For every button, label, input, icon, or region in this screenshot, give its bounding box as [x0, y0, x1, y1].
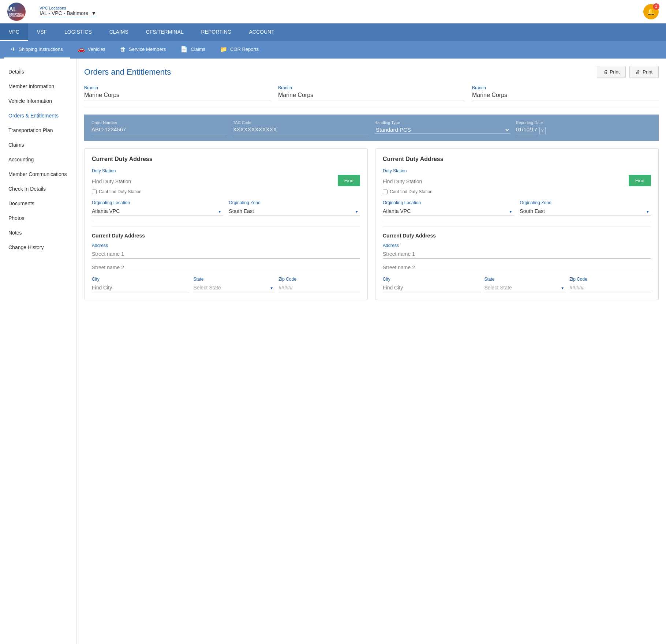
branch-label-1: Branch [84, 85, 271, 90]
originating-location-select-2[interactable]: Atlanta VPC Other VPC [383, 207, 514, 216]
reporting-date-field: Reporting Date 01/10/17 ? [516, 120, 652, 135]
logo-area: IAL INTERNATIONAL AUTO LOGISTICS [7, 3, 29, 21]
address-section-title-1: Current Duty Address [92, 233, 360, 239]
address-section-title-2: Current Duty Address [383, 233, 651, 239]
zip-input-2[interactable] [569, 283, 651, 292]
find-duty-station-button-2[interactable]: Find [629, 175, 651, 186]
sidebar-item-details[interactable]: Details [0, 64, 76, 79]
sidebar-item-accounting[interactable]: Accounting [0, 152, 76, 167]
street1-input-1[interactable] [92, 250, 360, 259]
nav-item-vsf[interactable]: VSF [28, 23, 56, 41]
zip-label-2: Zip Code [569, 277, 651, 282]
sidebar-item-member-communications[interactable]: Member Communications [0, 167, 76, 181]
vpc-selected-value: IAL - VPC - Baltimore [40, 10, 88, 17]
duty-station-input-1[interactable] [92, 177, 334, 186]
nav-item-reporting[interactable]: REPORTING [192, 23, 240, 41]
city-state-zip-2: City State Select State ALAKAZCA FLGATX [383, 277, 651, 292]
sub-nav-vehicles[interactable]: 🚗 Vehicles [70, 41, 113, 59]
tac-code-value: XXXXXXXXXXXX [233, 126, 369, 135]
duty-card-2-title: Current Duty Address [383, 156, 651, 162]
duty-station-row-1: Find [92, 175, 360, 186]
originating-location-label-1: Orginating Location [92, 200, 223, 205]
sidebar-item-documents[interactable]: Documents [0, 196, 76, 211]
address-field-1: Address [92, 243, 360, 259]
find-duty-station-button-1[interactable]: Find [338, 175, 360, 186]
duty-station-input-2[interactable] [383, 177, 625, 186]
duty-station-section-2: Duty Station Find Cant find Duty Station [383, 168, 651, 194]
state-label-1: State [193, 277, 275, 282]
location-row-2: Orginating Location Atlanta VPC Other VP… [383, 200, 651, 216]
street2-input-2[interactable] [383, 263, 651, 272]
handling-type-select[interactable]: Standard PCS Emergency Other [374, 126, 510, 134]
order-number-label: Order Number [91, 120, 227, 125]
state-field-2: State Select State ALAKAZCA FLGATX ▼ [484, 277, 566, 292]
sidebar-item-transportation-plan[interactable]: Transportation Plan [0, 123, 76, 138]
sidebar-item-claims[interactable]: Claims [0, 138, 76, 152]
print-button-2[interactable]: 🖨 Print [629, 66, 659, 78]
city-input-1[interactable] [92, 283, 190, 292]
main-content: Details Member Information Vehicle Infor… [0, 59, 666, 644]
sidebar-item-change-history[interactable]: Change History [0, 240, 76, 255]
cant-find-checkbox-1[interactable] [92, 190, 97, 194]
notification-bell[interactable]: 🔔 2 [643, 4, 659, 19]
sub-nav-service-members[interactable]: 🗑 Service Members [113, 41, 173, 59]
nav-item-logistics[interactable]: LOGISTICS [56, 23, 101, 41]
originating-zone-select-1[interactable]: South East North East West [229, 207, 360, 216]
vehicles-icon: 🚗 [78, 46, 85, 53]
state-select-1[interactable]: Select State ALAKAZCA FLGATX [193, 283, 275, 292]
print-icon-2: 🖨 [636, 69, 640, 75]
originating-zone-field-1: Orginating Zone South East North East We… [229, 200, 360, 216]
sub-nav-vehicles-label: Vehicles [88, 46, 105, 52]
address-label-1: Address [92, 243, 360, 248]
address-field-2: Address [383, 243, 651, 259]
city-input-2[interactable] [383, 283, 480, 292]
city-label-2: City [383, 277, 480, 282]
state-select-wrap-1: Select State ALAKAZCA FLGATX ▼ [193, 283, 275, 292]
page-title: Orders and Entitlements [84, 67, 171, 77]
state-label-2: State [484, 277, 566, 282]
cant-find-label-2: Cant find Duty Station [390, 189, 433, 194]
nav-item-account[interactable]: ACCOUNT [240, 23, 283, 41]
duty-card-1: Current Duty Address Duty Station Find C… [84, 148, 368, 300]
state-select-2[interactable]: Select State ALAKAZCA FLGATX [484, 283, 566, 292]
nav-item-vpc[interactable]: VPC [0, 23, 28, 41]
location-row-1: Orginating Location Atlanta VPC Other VP… [92, 200, 360, 216]
divider-1 [92, 222, 360, 222]
sub-nav-cor-reports-label: COR Reports [230, 46, 259, 52]
sidebar-item-check-in-details[interactable]: Check In Details [0, 181, 76, 196]
sidebar-item-vehicle-information[interactable]: Vehicle Information [0, 94, 76, 108]
originating-location-label-2: Orginating Location [383, 200, 514, 205]
sidebar-item-photos[interactable]: Photos [0, 211, 76, 225]
divider-2 [383, 222, 651, 222]
sub-nav-cor-reports[interactable]: 📁 COR Reports [213, 41, 266, 59]
city-label-1: City [92, 277, 190, 282]
notification-badge: 2 [653, 3, 659, 10]
state-field-1: State Select State ALAKAZCA FLGATX ▼ [193, 277, 275, 292]
sub-nav-shipping-instructions[interactable]: ✈ Shipping Instructions [4, 41, 70, 59]
city-field-2: City [383, 277, 480, 292]
originating-zone-select-2[interactable]: South East North East West [520, 207, 651, 216]
sub-nav-claims[interactable]: 📄 Claims [173, 41, 213, 59]
handling-type-dropdown[interactable]: Standard PCS Emergency Other [374, 126, 510, 134]
street2-input-1[interactable] [92, 263, 360, 272]
sidebar-item-member-information[interactable]: Member Information [0, 79, 76, 94]
zip-input-1[interactable] [278, 283, 360, 292]
zip-field-1: Zip Code [278, 277, 360, 292]
nav-item-claims[interactable]: CLAIMS [101, 23, 137, 41]
content-area: Orders and Entitlements 🖨 Print 🖨 Print … [77, 59, 666, 644]
claims-icon: 📄 [180, 46, 188, 53]
calendar-icon[interactable]: ? [539, 127, 546, 134]
street1-input-2[interactable] [383, 250, 651, 259]
city-field-1: City [92, 277, 190, 292]
reporting-date-value: 01/10/17 [516, 126, 537, 135]
vpc-selector[interactable]: IAL - VPC - Baltimore ▼ [40, 10, 96, 17]
sidebar-item-notes[interactable]: Notes [0, 225, 76, 240]
originating-zone-label-2: Orginating Zone [520, 200, 651, 205]
logo-sub: INTERNATIONAL AUTO LOGISTICS [7, 13, 26, 17]
sidebar-item-orders-entitlements[interactable]: Orders & Entitlements [0, 108, 76, 123]
nav-item-cfs-terminal[interactable]: CFS/TERMINAL [137, 23, 192, 41]
originating-location-select-1[interactable]: Atlanta VPC Other VPC [92, 207, 223, 216]
vpc-dropdown-arrow-icon[interactable]: ▼ [91, 10, 96, 17]
print-button-1[interactable]: 🖨 Print [597, 66, 626, 78]
cant-find-checkbox-2[interactable] [383, 190, 388, 194]
